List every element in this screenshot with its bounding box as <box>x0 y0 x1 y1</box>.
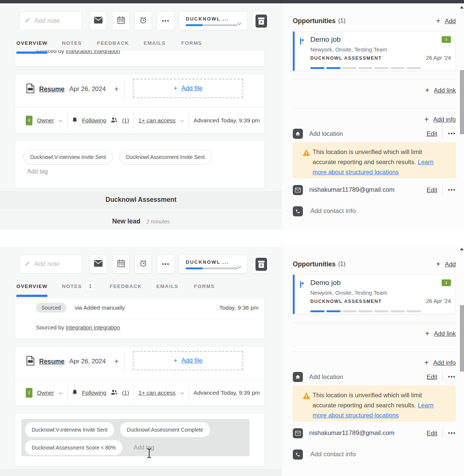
phone-icon <box>293 206 303 216</box>
scrollbar-up-arrow[interactable] <box>460 248 464 250</box>
tag-pill[interactable]: Ducknowl:V-interview Invite Sent <box>23 150 113 165</box>
tab-notes[interactable]: NOTES <box>62 284 82 289</box>
job-meta: Newyork, Onsite, Testing Team <box>310 46 387 53</box>
access-dropdown[interactable]: 1+ can access <box>138 389 176 396</box>
sourced-by-link[interactable]: Integration Integration <box>66 324 120 331</box>
tag-pill[interactable]: Ducknowl:V-interview Invite Sent <box>25 422 114 437</box>
owner-dropdown[interactable]: Owner <box>37 117 54 124</box>
add-link-link[interactable]: Add link <box>434 87 456 94</box>
add-file-link[interactable]: Add file <box>181 85 203 92</box>
tab-feedback[interactable]: FEEDBACK <box>110 284 142 289</box>
archive-button[interactable] <box>253 12 270 30</box>
location-more-button[interactable]: ••• <box>448 374 456 380</box>
more-actions-button[interactable]: ••• <box>157 255 175 273</box>
tab-feedback[interactable]: FEEDBACK <box>97 40 129 46</box>
more-actions-button[interactable]: ••• <box>157 12 175 30</box>
add-info-link[interactable]: Add info <box>433 359 456 366</box>
add-info-button[interactable]: + Add info <box>424 358 456 367</box>
email-more-button[interactable]: ••• <box>448 430 456 436</box>
pdf-file-icon <box>26 356 34 367</box>
sourced-via: via Added manually <box>75 304 125 311</box>
scrollbar-up-arrow[interactable] <box>460 6 464 9</box>
contact-email: nishakumar11789@gmail.com <box>309 186 395 194</box>
access-dropdown[interactable]: 1+ can access <box>138 117 176 124</box>
opportunity-status-icon <box>300 281 301 288</box>
followers-count[interactable]: (1) <box>122 389 129 396</box>
opportunity-card[interactable]: Demo job I Newyork, Onsite, Testing Team… <box>293 275 456 314</box>
opportunity-card[interactable]: Demo job I Newyork, Onsite, Testing Team… <box>293 31 456 71</box>
plus-icon: + <box>425 86 430 95</box>
add-opportunity-button[interactable]: + Add <box>436 260 456 269</box>
following-toggle[interactable]: Following <box>82 117 106 124</box>
sourced-by-link[interactable]: Integration Integration <box>66 50 120 54</box>
reminder-button[interactable] <box>135 12 152 30</box>
add-note-input[interactable]: Add note <box>19 12 82 30</box>
resume-link[interactable]: Resume <box>39 358 65 366</box>
tab-forms[interactable]: FORMS <box>194 284 215 289</box>
followers-icon <box>111 389 117 397</box>
add-opportunity-link[interactable]: Add <box>445 18 456 25</box>
add-file-link[interactable]: Add file <box>181 357 203 364</box>
tags-drop-area[interactable]: Ducknowl:V-interview Invite Sent Ducknow… <box>21 419 250 456</box>
location-more-button[interactable]: ••• <box>448 131 456 137</box>
tab-notes[interactable]: NOTES <box>62 40 82 46</box>
add-contact-info-label[interactable]: Add contact info <box>310 207 356 215</box>
tag-pill[interactable]: Ducknowl:Assessment Complete <box>120 422 210 437</box>
scrollbar-thumb[interactable] <box>460 305 464 372</box>
chevron-down-icon <box>237 263 242 270</box>
add-location-label[interactable]: Add location <box>309 130 343 137</box>
tab-forms[interactable]: FORMS <box>181 40 202 46</box>
tab-emails[interactable]: EMAILS <box>144 40 166 46</box>
add-link-button[interactable]: + Add link <box>425 329 456 338</box>
divider <box>293 351 456 352</box>
add-note-input[interactable]: Add note <box>19 255 82 273</box>
job-owner-badge: I <box>442 279 451 286</box>
job-title[interactable]: Demo job <box>310 279 341 287</box>
add-info-link[interactable]: Add info <box>433 116 456 123</box>
tab-overview[interactable]: OVERVIEW <box>16 40 48 46</box>
tag-pill[interactable]: Ducknowl:Assessment Score < 80% <box>25 440 122 455</box>
reminder-button[interactable] <box>135 255 152 273</box>
edit-email-link[interactable]: Edit <box>427 430 437 437</box>
job-title[interactable]: Demo job <box>310 35 341 44</box>
chevron-down-icon <box>59 117 63 124</box>
send-email-button[interactable] <box>90 255 107 273</box>
resume-date: Apr 26, 2024 <box>69 85 106 93</box>
pipeline-stage-dropdown[interactable]: DUCKNOWL ... <box>179 12 247 30</box>
pipeline-stage-dropdown[interactable]: DUCKNOWL ... <box>179 255 247 273</box>
add-file-dropzone[interactable]: + Add file <box>133 79 243 98</box>
add-tag-input[interactable]: Add tag <box>27 168 48 175</box>
add-info-button[interactable]: + Add info <box>424 115 456 124</box>
add-opportunity-link[interactable]: Add <box>445 261 456 268</box>
email-more-button[interactable]: ••• <box>448 187 456 193</box>
app-window: Add note ••• DUCKNOWL ... OVERVIEW NOTES… <box>0 0 464 476</box>
followers-count[interactable]: (1) <box>122 117 129 124</box>
calendar-button[interactable] <box>112 255 130 273</box>
scrollbar-thumb[interactable] <box>460 70 464 134</box>
add-resume-plus[interactable]: + <box>114 357 119 366</box>
send-email-button[interactable] <box>90 12 107 30</box>
following-toggle[interactable]: Following <box>82 389 106 396</box>
ellipsis-icon: ••• <box>162 18 170 24</box>
add-link-button[interactable]: + Add link <box>425 86 456 95</box>
pipeline-stage-label: DUCKNOWL ... <box>186 16 229 22</box>
tag-pill[interactable]: Ducknowl:Assessment Invite Sent <box>119 150 211 165</box>
tab-overview[interactable]: OVERVIEW <box>16 284 48 289</box>
edit-email-link[interactable]: Edit <box>427 187 437 194</box>
add-link-link[interactable]: Add link <box>434 330 456 337</box>
plus-icon: + <box>424 115 429 124</box>
archive-button[interactable] <box>253 255 270 273</box>
calendar-button[interactable] <box>112 12 130 30</box>
add-contact-info-label[interactable]: Add contact info <box>310 451 356 458</box>
edit-location-link[interactable]: Edit <box>427 130 437 137</box>
stage-progress-segments <box>310 307 423 314</box>
edit-location-link[interactable]: Edit <box>427 373 437 381</box>
owner-dropdown[interactable]: Owner <box>37 389 54 396</box>
add-location-label[interactable]: Add location <box>309 373 343 381</box>
add-file-dropzone[interactable]: + Add file <box>133 351 243 370</box>
tab-emails[interactable]: EMAILS <box>156 284 178 289</box>
add-opportunity-button[interactable]: + Add <box>436 17 456 25</box>
add-resume-plus[interactable]: + <box>114 85 119 94</box>
resume-link[interactable]: Resume <box>39 85 65 93</box>
lead-status-bar: New lead 2 minutes <box>0 213 282 230</box>
